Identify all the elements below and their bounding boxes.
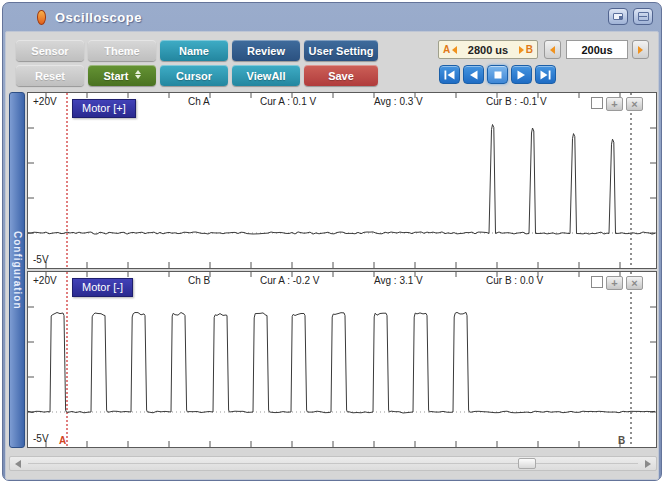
channel-b-badge[interactable]: Motor [-] xyxy=(72,278,133,297)
window-minimize-button[interactable] xyxy=(633,8,653,25)
viewall-button[interactable]: ViewAll xyxy=(232,65,300,86)
stop-icon xyxy=(493,70,503,80)
step-forward-button[interactable] xyxy=(511,65,532,84)
timebase-increase-button[interactable] xyxy=(632,40,649,59)
cursor-b-marker[interactable]: B xyxy=(618,435,625,446)
start-label: Start xyxy=(103,70,128,82)
cursor-a-label: A xyxy=(443,44,450,55)
channel-a-badge[interactable]: Motor [+] xyxy=(72,99,136,118)
timebase-value[interactable]: 200us xyxy=(566,40,628,59)
channel-b-checkbox[interactable] xyxy=(591,276,603,288)
title-bar: Oscilloscope xyxy=(5,5,659,31)
scroll-thumb[interactable] xyxy=(518,458,536,469)
volt-min-label: -5V xyxy=(33,254,49,265)
spinner-icon xyxy=(135,70,141,79)
window-title: Oscilloscope xyxy=(55,10,142,25)
name-button[interactable]: Name xyxy=(160,40,228,61)
cursor-button[interactable]: Cursor xyxy=(160,65,228,86)
sensor-button[interactable]: Sensor xyxy=(16,40,84,61)
channel-a-name: Ch A xyxy=(188,96,210,107)
channel-a-checkbox[interactable] xyxy=(591,97,603,109)
reset-button[interactable]: Reset xyxy=(16,65,84,86)
scroll-track xyxy=(28,463,638,464)
review-button[interactable]: Review xyxy=(232,40,300,61)
channel-b-controls: + × xyxy=(591,276,643,290)
window-display-button[interactable] xyxy=(608,8,628,25)
average-readout: Avg : 3.1 V xyxy=(374,275,423,286)
cursor-b-label: B xyxy=(526,44,533,55)
playback-controls xyxy=(439,65,556,84)
scroll-left-icon[interactable] xyxy=(15,460,21,468)
cursor-b-readout: Cur B : 0.0 V xyxy=(486,275,543,286)
stop-button[interactable] xyxy=(487,65,508,84)
skip-end-icon xyxy=(539,70,552,80)
cursor-a-marker[interactable]: A xyxy=(59,435,66,446)
cursor-a-readout: Cur A : -0.2 V xyxy=(260,275,319,286)
channel-a-close-button[interactable]: × xyxy=(626,97,643,111)
cursor-b-readout: Cur B : -0.1 V xyxy=(486,96,547,107)
horizontal-scrollbar[interactable] xyxy=(9,456,657,471)
channel-b-close-button[interactable]: × xyxy=(626,276,643,290)
waveform-chart-a xyxy=(28,93,656,268)
start-button[interactable]: Start xyxy=(88,65,156,86)
skip-to-end-button[interactable] xyxy=(535,65,556,84)
volt-max-label: +20V xyxy=(33,96,57,107)
channel-b-name: Ch B xyxy=(188,275,210,286)
configuration-tab-label: Configuration xyxy=(12,231,23,310)
window-icon xyxy=(638,12,649,21)
previous-icon xyxy=(468,70,479,80)
time-range-box[interactable]: A 2800 us B xyxy=(438,40,538,59)
timebase-decrease-button[interactable] xyxy=(544,40,561,59)
configuration-tab[interactable]: Configuration xyxy=(9,92,25,448)
volt-min-label: -5V xyxy=(33,433,49,444)
app-icon xyxy=(37,10,46,25)
channel-b-add-button[interactable]: + xyxy=(606,276,623,290)
skip-start-icon xyxy=(443,70,456,80)
user-setting-button[interactable]: User Setting xyxy=(304,40,378,61)
skip-to-start-button[interactable] xyxy=(439,65,460,84)
arrow-left-icon xyxy=(452,46,457,54)
theme-button[interactable]: Theme xyxy=(88,40,156,61)
next-icon xyxy=(516,70,527,80)
waveform-chart-b xyxy=(28,272,656,447)
cursor-a-readout: Cur A : 0.1 V xyxy=(260,96,316,107)
app-window: Oscilloscope Sensor Theme Name Review Us… xyxy=(2,2,662,481)
main-content: Sensor Theme Name Review User Setting Re… xyxy=(5,31,659,480)
scroll-right-icon[interactable] xyxy=(645,460,651,468)
average-readout: Avg : 0.3 V xyxy=(374,96,423,107)
display-icon xyxy=(613,13,623,20)
time-range-value: 2800 us xyxy=(459,44,517,56)
save-button[interactable]: Save xyxy=(304,65,378,86)
arrow-left-icon xyxy=(550,46,555,54)
arrow-right-icon xyxy=(638,46,643,54)
window-controls xyxy=(608,8,653,25)
arrow-right-icon xyxy=(519,46,524,54)
step-back-button[interactable] xyxy=(463,65,484,84)
channel-a-add-button[interactable]: + xyxy=(606,97,623,111)
channel-a-controls: + × xyxy=(591,97,643,111)
channel-b-panel[interactable]: +20V Motor [-] Ch B Cur A : -0.2 V Avg :… xyxy=(27,271,657,448)
channel-a-panel[interactable]: +20V Motor [+] Ch A Cur A : 0.1 V Avg : … xyxy=(27,92,657,269)
volt-max-label: +20V xyxy=(33,275,57,286)
